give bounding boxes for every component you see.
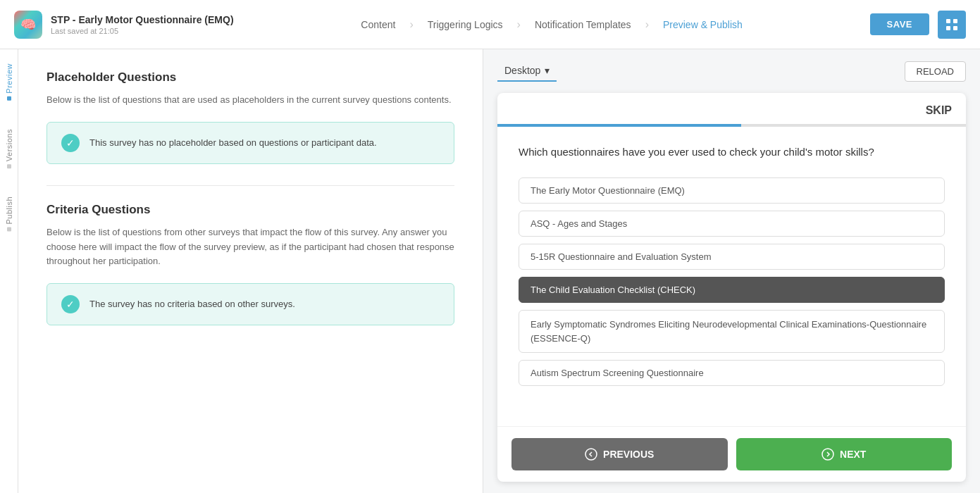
preview-frame: SKIP Which questionnaires have you ever … bbox=[497, 93, 966, 482]
question-text: Which questionnaires have you ever used … bbox=[519, 144, 945, 161]
placeholder-info-box: ✓ This survey has no placeholder based o… bbox=[46, 122, 454, 164]
side-tab-publish[interactable]: Publish bbox=[5, 196, 13, 232]
placeholder-check-icon: ✓ bbox=[61, 134, 80, 152]
next-button[interactable]: NEXT bbox=[736, 438, 953, 470]
placeholder-section: Placeholder Questions Below is the list … bbox=[46, 70, 454, 164]
criteria-info-text: The survey has no criteria based on othe… bbox=[89, 297, 295, 311]
side-tab-strip: Preview Versions Publish bbox=[0, 49, 18, 493]
app-subtitle: Last saved at 21:05 bbox=[51, 27, 234, 35]
svg-point-5 bbox=[822, 449, 833, 460]
criteria-description: Below is the list of questions from othe… bbox=[46, 225, 454, 269]
nav-preview-publish[interactable]: Preview & Publish bbox=[655, 15, 751, 35]
criteria-title: Criteria Questions bbox=[46, 203, 454, 217]
next-label: NEXT bbox=[840, 449, 866, 460]
option-check[interactable]: The Child Evaluation Checklist (CHECK) bbox=[519, 277, 945, 303]
svg-rect-1 bbox=[953, 19, 957, 23]
previous-label: PREVIOUS bbox=[603, 449, 654, 460]
placeholder-title: Placeholder Questions bbox=[46, 70, 454, 85]
criteria-check-icon: ✓ bbox=[61, 295, 80, 313]
logo-area: 🧠 STP - Early Motor Questionnaire (EMQ) … bbox=[14, 11, 234, 39]
prev-icon bbox=[585, 448, 597, 461]
nav-triggering-logics[interactable]: Triggering Logics bbox=[419, 15, 511, 35]
nav-items: Content › Triggering Logics › Notificati… bbox=[234, 15, 870, 35]
left-panel: Placeholder Questions Below is the list … bbox=[18, 49, 483, 493]
previous-button[interactable]: PREVIOUS bbox=[511, 438, 728, 470]
app-logo-icon: 🧠 bbox=[14, 11, 42, 39]
save-button[interactable]: SAVE bbox=[870, 13, 929, 35]
preview-header: SKIP bbox=[497, 93, 966, 117]
option-emq[interactable]: The Early Motor Questionnaire (EMQ) bbox=[519, 177, 945, 204]
criteria-info-box: ✓ The survey has no criteria based on ot… bbox=[46, 283, 454, 325]
nav-sep-2: › bbox=[517, 18, 521, 31]
preview-toolbar: Desktop ▾ RELOAD bbox=[497, 61, 966, 82]
option-essence-q[interactable]: Early Symptomatic Syndromes Eliciting Ne… bbox=[519, 310, 945, 353]
svg-rect-0 bbox=[946, 19, 950, 23]
main-content: Preview Versions Publish Placeholder Que… bbox=[0, 49, 980, 493]
svg-rect-3 bbox=[953, 26, 957, 30]
grid-icon-button[interactable] bbox=[938, 11, 966, 39]
app-title: STP - Early Motor Questionnaire (EMQ) bbox=[51, 13, 234, 26]
preview-footer: PREVIOUS NEXT bbox=[497, 426, 966, 482]
side-tab-preview[interactable]: Preview bbox=[5, 63, 13, 101]
top-nav: 🧠 STP - Early Motor Questionnaire (EMQ) … bbox=[0, 0, 980, 49]
option-asq[interactable]: ASQ - Ages and Stages bbox=[519, 211, 945, 237]
right-panel: Desktop ▾ RELOAD SKIP Which questionnair… bbox=[483, 49, 980, 493]
grid-icon bbox=[945, 18, 958, 31]
placeholder-description: Below is the list of questions that are … bbox=[46, 93, 454, 108]
app-title-area: STP - Early Motor Questionnaire (EMQ) La… bbox=[51, 13, 234, 35]
nav-right: SAVE bbox=[870, 11, 966, 39]
reload-button[interactable]: RELOAD bbox=[905, 61, 966, 82]
skip-button[interactable]: SKIP bbox=[926, 104, 952, 117]
side-tab-versions[interactable]: Versions bbox=[5, 129, 13, 168]
nav-sep-3: › bbox=[645, 18, 649, 31]
nav-content[interactable]: Content bbox=[352, 15, 404, 35]
device-label: Desktop bbox=[504, 65, 540, 76]
svg-rect-2 bbox=[946, 26, 950, 30]
svg-point-4 bbox=[585, 449, 597, 460]
criteria-section: Criteria Questions Below is the list of … bbox=[46, 203, 454, 325]
option-5-15r[interactable]: 5-15R Questionnaire and Evaluation Syste… bbox=[519, 244, 945, 270]
next-icon bbox=[821, 448, 834, 461]
chevron-down-icon: ▾ bbox=[545, 65, 550, 76]
device-selector[interactable]: Desktop ▾ bbox=[497, 61, 557, 82]
nav-sep-1: › bbox=[409, 18, 413, 31]
nav-notification-templates[interactable]: Notification Templates bbox=[526, 15, 640, 35]
option-assq[interactable]: Autism Spectrum Screening Questionnaire bbox=[519, 360, 945, 386]
preview-content: Which questionnaires have you ever used … bbox=[497, 127, 966, 426]
section-divider bbox=[46, 185, 454, 186]
placeholder-info-text: This survey has no placeholder based on … bbox=[89, 136, 377, 150]
